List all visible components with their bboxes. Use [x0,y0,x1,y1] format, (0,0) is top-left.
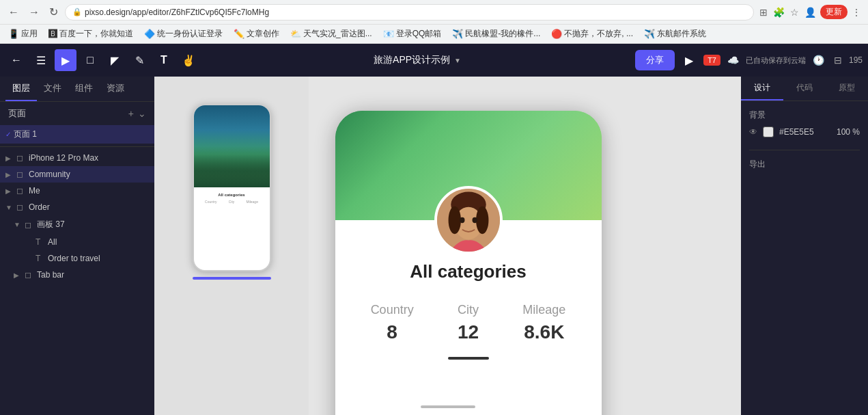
page-actions: + ⌄ [128,108,146,119]
play-button[interactable]: ▶ [679,50,699,70]
canvas-area[interactable]: All categories Country City Mileage [154,77,741,415]
tab-assets[interactable]: 资源 [100,77,131,101]
page-item-1[interactable]: ✓ 页面 1 [0,125,154,144]
toolbar: ← ☰ ▶ □ ◤ ✎ T ✌ 旅游APP设计示例 ▼ 分享 ▶ T7 ☁️ 已… [0,44,868,77]
mini-stat-mileage: Mileage [246,200,258,204]
expand-pages-button[interactable]: ⌄ [138,108,146,119]
layer-label: All [48,237,149,247]
device-frame: All categories Country 8 City 12 [335,111,602,415]
address-bar[interactable]: 🔒 pixso.design/app/editor/Z6hFZtlCvp6QI5… [65,4,754,21]
bookmark-qq[interactable]: 📧 登录QQ邮箱 [380,27,445,41]
back-nav-button[interactable]: ← [5,49,27,71]
auth-icon: 🔷 [144,29,155,39]
visibility-icon[interactable]: 👁 [749,127,757,137]
forward-button[interactable]: → [26,5,42,20]
stat-mileage: Mileage 8.6K [522,303,565,343]
panel-tabs: 图层 文件 组件 资源 [0,77,154,102]
opacity-value: 100 % [837,127,860,137]
bookmark-nopain[interactable]: 🔴 不抛弃，不放弃, ... [548,27,636,41]
bookmark-article[interactable]: ✏️ 文章创作 [231,27,282,41]
version-badge: T7 [703,55,720,66]
shape-tool-button[interactable]: ◤ [104,49,126,71]
extensions-icon[interactable]: 🧩 [772,5,786,19]
tab-code[interactable]: 代码 [783,77,826,101]
frame-icon: ◻ [16,186,26,196]
tab-prototype[interactable]: 原型 [826,77,868,101]
device-wrapper: All categories Country 8 City 12 [335,104,602,415]
layer-tab-bar[interactable]: ▶ ◻ Tab bar [0,267,154,283]
mini-stat-city: City [229,200,235,204]
frame-tool-button[interactable]: □ [79,49,101,71]
layer-all[interactable]: T All [0,234,154,250]
tab-design[interactable]: 设计 [741,77,783,101]
article-icon: ✏️ [234,29,244,39]
layer-label: Order to travel [48,254,149,263]
layer-tree: ▶ ◻ iPhone 12 Pro Max ▶ ◻ Community ▶ ◻ … [0,150,154,415]
layer-order-to-travel[interactable]: T Order to travel [0,250,154,267]
bookmark-auth[interactable]: 🔷 统一身份认证登录 [141,27,225,41]
layer-label: Order [29,202,149,212]
stat-city: City 12 [458,303,479,343]
text-tool-button[interactable]: T [153,49,175,71]
layer-frame37[interactable]: ▼ ◻ 画板 37 [0,215,154,234]
color-swatch[interactable] [763,126,774,137]
color-value[interactable]: #E5E5E5 [779,127,831,137]
cloud-icon[interactable]: ☁️ [725,52,742,68]
select-tool-button[interactable]: ▶ [55,49,76,71]
share-button[interactable]: 分享 [635,50,675,70]
bookmark-weather[interactable]: ⛅ 天气实况_雷达图... [288,27,375,41]
stat-country-value: 8 [371,321,414,343]
layer-label: Tab bar [37,270,149,280]
text-icon: T [36,237,45,247]
layer-iphone12promax[interactable]: ▶ ◻ iPhone 12 Pro Max [0,150,154,166]
profile-avatar [434,186,503,254]
baidu-icon: 🅱 [48,29,57,39]
right-panel-tabs: 设计 代码 原型 [741,77,868,101]
expand-icon: ▶ [5,155,14,162]
scroll-hint [421,405,475,408]
pages-title: 页面 [8,107,26,120]
layer-community[interactable]: ▶ ◻ Community [0,166,154,183]
tab-layers[interactable]: 图层 [5,77,37,101]
stat-country-label: Country [371,303,414,317]
layer-order[interactable]: ▼ ◻ Order [0,199,154,215]
side-preview: All categories Country City Mileage [154,77,309,415]
refresh-button[interactable]: ↻ [46,4,61,20]
mini-content: All categories Country City Mileage [194,187,270,209]
layer-me[interactable]: ▶ ◻ Me [0,183,154,199]
grid-icon[interactable]: ⊞ [758,5,769,19]
project-title[interactable]: 旅游APP设计示例 [374,54,450,66]
menu-toggle-button[interactable]: ☰ [30,49,52,71]
bookmark-apps[interactable]: 📱 应用 [5,27,40,41]
frame-icon: ◻ [25,270,34,280]
layout-icon[interactable]: ⊟ [831,52,845,68]
text-icon: T [36,254,45,263]
star-icon[interactable]: ☆ [789,5,800,19]
hand-tool-button[interactable]: ✌ [178,49,199,71]
bookmark-eastair[interactable]: ✈️ 东航邮件系统 [641,27,709,41]
add-page-button[interactable]: + [128,108,134,119]
pen-tool-button[interactable]: ✎ [128,49,150,71]
bookmark-baidu[interactable]: 🅱 百度一下，你就知道 [46,27,136,41]
bookmark-label: 民航橡盟-我的橡件... [465,28,540,40]
tab-components[interactable]: 组件 [68,77,100,101]
zoom-indicator: 195 [849,55,863,65]
frame-icon: ◻ [16,170,26,179]
background-row: 👁 #E5E5E5 100 % [749,126,860,137]
svg-point-3 [448,206,460,234]
weather-icon: ⛅ [290,29,301,39]
frame-icon: ◻ [25,220,34,230]
expand-icon: ▶ [14,271,22,279]
mini-stats: Country City Mileage [199,200,264,204]
frame-icon: ◻ [16,153,26,163]
menu-icon[interactable]: ⋮ [850,5,863,19]
bookmark-aviation[interactable]: ✈️ 民航橡盟-我的橡件... [449,27,543,41]
url-text: pixso.design/app/editor/Z6hFZtlCvp6QI5Fc… [85,8,269,17]
tab-file[interactable]: 文件 [37,77,68,101]
history-icon[interactable]: 🕐 [810,52,827,68]
left-panel: 图层 文件 组件 资源 页面 + ⌄ ✓ 页面 1 ▶ [0,77,154,415]
bottom-indicator [448,357,489,360]
update-button[interactable]: 更新 [820,5,848,19]
back-button[interactable]: ← [5,5,22,20]
profile-icon[interactable]: 👤 [803,5,817,19]
